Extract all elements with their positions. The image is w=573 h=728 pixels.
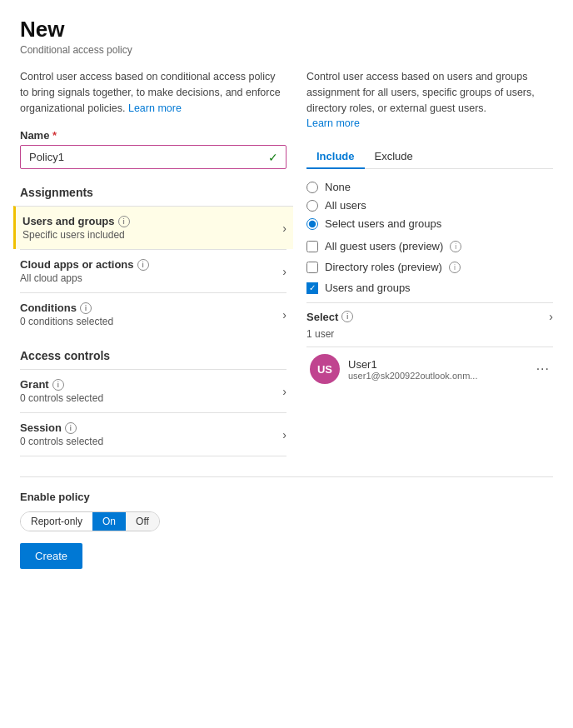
tab-include[interactable]: Include <box>306 145 365 169</box>
name-label: Name * <box>20 129 286 142</box>
users-groups-info-icon[interactable]: i <box>118 216 130 227</box>
conditions-content: Conditions i 0 conditions selected <box>20 302 282 327</box>
radio-all-users-input[interactable] <box>306 200 318 212</box>
session-content: Session i 0 controls selected <box>20 421 282 447</box>
users-groups-title: Users and groups i <box>22 215 282 227</box>
guest-users-info-icon[interactable]: i <box>450 241 461 252</box>
name-input[interactable] <box>20 145 286 169</box>
grant-chevron-icon: › <box>282 385 286 398</box>
toggle-on[interactable]: On <box>92 512 126 531</box>
assignment-item-users-groups[interactable]: Users and groups i Specific users includ… <box>13 206 293 249</box>
policy-toggle[interactable]: Report-only On Off <box>20 511 160 531</box>
session-chevron-icon: › <box>282 428 286 441</box>
select-row[interactable]: Select i › <box>306 302 553 327</box>
radio-select-users-groups-input[interactable] <box>306 218 318 230</box>
grant-title: Grant i <box>20 378 282 391</box>
session-title: Session i <box>20 421 282 434</box>
session-info-icon[interactable]: i <box>65 422 77 434</box>
checkbox-directory-roles[interactable]: Directory roles (preview) i <box>306 261 553 273</box>
assignment-item-session[interactable]: Session i 0 controls selected › <box>20 412 286 456</box>
user-info: User1 user1@sk200922outlook.onm... <box>348 358 528 381</box>
user-count: 1 user <box>306 327 553 347</box>
grant-content: Grant i 0 controls selected <box>20 378 282 404</box>
right-learn-more-link[interactable]: Learn more <box>306 117 360 129</box>
select-info-icon[interactable]: i <box>341 311 353 322</box>
checkbox-directory-roles-input[interactable] <box>306 262 318 273</box>
access-controls-header: Access controls <box>20 349 286 362</box>
radio-none[interactable]: None <box>306 181 553 193</box>
left-panel: Control user access based on conditional… <box>20 69 286 456</box>
name-field-wrapper: ✓ <box>20 145 286 169</box>
name-valid-check-icon: ✓ <box>268 151 278 164</box>
user-scope-radio-group: None All users Select users and groups <box>306 181 553 230</box>
users-groups-content: Users and groups i Specific users includ… <box>22 215 282 241</box>
checkbox-users-groups-checked-icon: ✓ <box>306 282 318 294</box>
user-more-options-icon[interactable]: ··· <box>536 362 550 376</box>
checkbox-guest-users[interactable]: All guest users (preview) i <box>306 240 553 252</box>
create-button[interactable]: Create <box>20 543 82 569</box>
cloud-apps-title: Cloud apps or actions i <box>20 258 282 271</box>
checkbox-users-groups[interactable]: ✓ Users and groups <box>306 282 553 294</box>
assignment-item-grant[interactable]: Grant i 0 controls selected › <box>20 369 286 412</box>
user-card: US User1 user1@sk200922outlook.onm... ··… <box>306 347 553 391</box>
users-groups-subtitle: Specific users included <box>22 229 282 241</box>
radio-select-users-groups[interactable]: Select users and groups <box>306 217 553 230</box>
assignment-item-cloud-apps[interactable]: Cloud apps or actions i All cloud apps › <box>20 249 286 292</box>
required-indicator: * <box>52 129 57 142</box>
radio-none-input[interactable] <box>306 182 318 193</box>
tab-exclude[interactable]: Exclude <box>365 145 423 169</box>
right-panel: Control user access based on users and g… <box>306 69 553 456</box>
conditions-chevron-icon: › <box>282 308 286 322</box>
bottom-section: Enable policy Report-only On Off Create <box>20 476 553 569</box>
conditions-subtitle: 0 conditions selected <box>20 316 282 327</box>
directory-roles-info-icon[interactable]: i <box>449 262 461 273</box>
right-description: Control user access based on users and g… <box>306 69 553 132</box>
cloud-apps-chevron-icon: › <box>282 265 286 278</box>
toggle-report-only[interactable]: Report-only <box>21 512 92 531</box>
toggle-off[interactable]: Off <box>126 512 159 531</box>
assignments-header: Assignments <box>20 186 286 199</box>
left-learn-more-link[interactable]: Learn more <box>128 102 182 114</box>
select-label: Select i <box>306 311 353 323</box>
assignment-item-conditions[interactable]: Conditions i 0 conditions selected › <box>20 292 286 336</box>
cloud-apps-content: Cloud apps or actions i All cloud apps <box>20 258 282 284</box>
radio-all-users[interactable]: All users <box>306 199 553 212</box>
conditions-info-icon[interactable]: i <box>80 302 92 314</box>
conditions-title: Conditions i <box>20 302 282 314</box>
checkbox-guest-users-input[interactable] <box>306 241 318 252</box>
grant-info-icon[interactable]: i <box>52 379 64 391</box>
user-name: User1 <box>348 358 528 371</box>
include-exclude-tabs: Include Exclude <box>306 145 553 169</box>
user-type-checkbox-group: All guest users (preview) i Directory ro… <box>306 240 553 294</box>
policy-toggle-row: Report-only On Off <box>20 511 553 531</box>
users-groups-chevron-icon: › <box>282 222 286 235</box>
cloud-apps-info-icon[interactable]: i <box>137 259 149 271</box>
select-chevron-icon: › <box>549 310 553 323</box>
grant-subtitle: 0 controls selected <box>20 392 282 404</box>
left-description: Control user access based on conditional… <box>20 69 286 116</box>
page-title: New <box>20 17 553 42</box>
user-avatar: US <box>310 354 340 384</box>
enable-policy-label: Enable policy <box>20 491 553 503</box>
user-email: user1@sk200922outlook.onm... <box>348 371 528 381</box>
session-subtitle: 0 controls selected <box>20 436 282 447</box>
cloud-apps-subtitle: All cloud apps <box>20 272 282 284</box>
page-subtitle: Conditional access policy <box>20 44 553 56</box>
